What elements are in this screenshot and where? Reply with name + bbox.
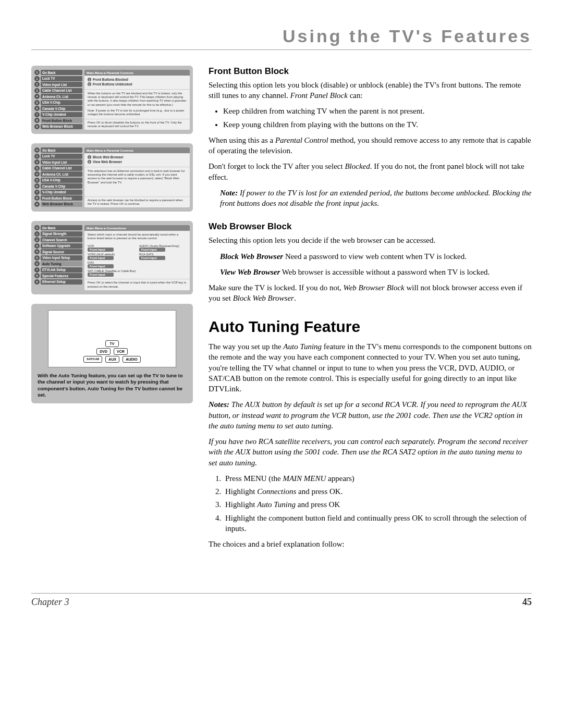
tv-menu-label: V-Chip Unrated — [41, 112, 82, 117]
list-item: Keep children from watching TV when the … — [223, 106, 532, 116]
tv-menu-label: Video Input List — [41, 159, 82, 165]
remote-row: DVD VCR — [96, 348, 128, 355]
tv-menu-number: 8 — [34, 195, 40, 201]
numbered-list: Press MENU (the MAIN MENU appears) Highl… — [223, 473, 532, 534]
tv-help-text: Access to the web browser can be blocked… — [84, 196, 190, 207]
conn-cell — [139, 261, 187, 268]
tv-menu-number: 0 — [34, 147, 40, 153]
tv-menu-item: 1Signal Strength — [34, 231, 82, 237]
text: and press OK — [296, 500, 340, 509]
note-text: The AUX button by default is set up for … — [209, 400, 527, 430]
tv-menu-number: 5 — [34, 100, 40, 105]
section-front-button-block: Front Button Block Selecting this option… — [209, 66, 532, 208]
note-paragraph: Notes: The AUX button by default is set … — [209, 399, 532, 431]
remote-btn-tv: TV — [105, 340, 119, 347]
conn-cell: DVDFront Input — [88, 261, 135, 268]
tv-menu-label: Cable Channel List — [41, 88, 82, 93]
tv-help-text: Press OK to block (disable) the buttons … — [84, 119, 190, 130]
tv-menu-item: 8Front Button Block — [34, 118, 82, 123]
tv-menu-item: 6Canada V-Chip — [34, 183, 82, 189]
list-item: Highlight Connections and press OK. — [223, 486, 532, 497]
term: Auto Tuning — [283, 342, 322, 351]
tv-breadcrumb: Main Menu ▸ Connections — [84, 225, 190, 231]
tv-menu-label: Go Back — [41, 70, 82, 75]
tv-menu-label: Video Input Setup — [41, 255, 82, 261]
paragraph: Don't forget to lock the TV after you se… — [209, 161, 532, 182]
remote-btn-aux: AUX — [105, 356, 119, 363]
tv-panel: Main Menu ▸ Connections Select which inp… — [84, 225, 190, 290]
conn-cell: VCR2 (AUX default)Front Input — [88, 253, 135, 260]
tv-menu-number: 5 — [34, 255, 40, 261]
term: Front Panel Block — [290, 91, 348, 100]
tv-menu-number: 2 — [34, 82, 40, 87]
tv-menu-number: 5 — [34, 178, 40, 183]
tv-menu-item: 5USA V-Chip — [34, 100, 82, 105]
tv-menu-list: 0Go Back1Lock TV2Video Input List3Cable … — [34, 147, 82, 207]
tv-menu-label: USA V-Chip — [41, 178, 82, 183]
tv-menu-list: 0Go Back1Signal Strength2Channel Search3… — [34, 225, 82, 290]
remote-btn-audio: AUDIO — [123, 356, 141, 363]
tv-menu-number: 4 — [34, 171, 40, 177]
definition: Block Web Browser Need a password to vie… — [209, 251, 532, 262]
term: Block Web Browser — [220, 252, 283, 261]
note-paragraph: Note: If power to the TV is lost for an … — [209, 188, 532, 209]
tv-menu-item: 8Front Button Block — [34, 195, 82, 201]
tv-desc-text: When the buttons on the TV are blocked a… — [88, 92, 187, 107]
tv-menu-item: 5Video Input Setup — [34, 255, 82, 261]
remote-row: TV — [105, 340, 119, 347]
text: Selecting this option lets you block (di… — [209, 81, 521, 100]
conn-field: Front Input — [88, 248, 114, 252]
tv-options: 1Block Web Browser2View Web Browser — [84, 153, 190, 167]
text: When using this as a — [209, 136, 275, 144]
tv-menu-number: 2 — [34, 159, 40, 165]
tv-menu-label: Antenna Ch. List — [41, 94, 82, 99]
note-label: Notes: — [209, 400, 229, 409]
tv-menu-label: Cable Channel List — [41, 166, 82, 171]
tv-option-label: View Web Browser — [93, 160, 122, 164]
tv-menu-item: 3Cable Channel List — [34, 88, 82, 93]
tv-menu-number: 9 — [34, 279, 40, 285]
tv-menu-item: 7V-Chip Unrated — [34, 190, 82, 195]
remote-btn-vcr: VCR — [114, 348, 128, 355]
tv-menu-number: 6 — [34, 261, 40, 266]
tv-menu-item: 0Go Back — [34, 147, 82, 153]
paragraph: Make sure the TV is locked. If you do no… — [209, 282, 532, 304]
tv-menu-item: 2Video Input List — [34, 159, 82, 165]
page-header: Using the TV's Features — [31, 26, 532, 50]
text: Need a password to view web content when… — [283, 252, 467, 261]
term: Connections — [257, 487, 296, 496]
tv-menu-number: 9 — [34, 202, 40, 207]
tv-menu-label: DTVLink Setup — [41, 267, 82, 273]
tv-menu-number: 6 — [34, 183, 40, 189]
section-heading-large: Auto Tuning Feature — [209, 316, 532, 338]
tv-option-number: 1 — [88, 78, 91, 81]
tv-menu-number: 3 — [34, 243, 40, 249]
tv-option: 2Front Buttons Unblocked — [88, 82, 187, 86]
page-number: 45 — [522, 597, 532, 608]
tv-menu-label: Software Upgrade — [41, 243, 82, 249]
bullet-list: Keep children from watching TV when the … — [223, 106, 532, 130]
tv-option-label: Block Web Browser — [93, 155, 124, 159]
text: Highlight — [225, 500, 257, 509]
list-item: Highlight the component button field and… — [223, 513, 532, 534]
tv-option-label: Front Buttons Unblocked — [93, 82, 132, 86]
tv-menu-number: 3 — [34, 88, 40, 93]
tv-help-text: Press OK to select the channel or input … — [84, 279, 190, 290]
paragraph: When using this as a Parental Control me… — [209, 135, 532, 156]
text: appears) — [326, 474, 354, 483]
tv-option: 1Block Web Browser — [88, 155, 187, 159]
conn-field: Front Input — [88, 256, 114, 260]
tv-menu-label: V-Chip Unrated — [41, 190, 82, 195]
tv-menu-number: 1 — [34, 231, 40, 237]
tv-menu-item: 2Video Input List — [34, 82, 82, 87]
tv-menu-label: Go Back — [41, 225, 82, 230]
remote-row: SAT/CAB AUX AUDIO — [83, 356, 140, 363]
tv-menu-label: Web Browser Block — [41, 124, 82, 129]
paragraph: Selecting this option lets you decide if… — [209, 235, 532, 245]
tv-desc-note: Note: If power to the TV is lost for a p… — [88, 109, 187, 116]
tv-menu-list: 0Go Back1Lock TV2Video Input List3Cable … — [34, 70, 82, 130]
term: Web Browser Block — [344, 283, 405, 292]
tv-menu-item: 7DTVLink Setup — [34, 267, 82, 273]
text: Press MENU (the — [225, 474, 283, 483]
section-heading: Front Button Block — [209, 66, 532, 78]
